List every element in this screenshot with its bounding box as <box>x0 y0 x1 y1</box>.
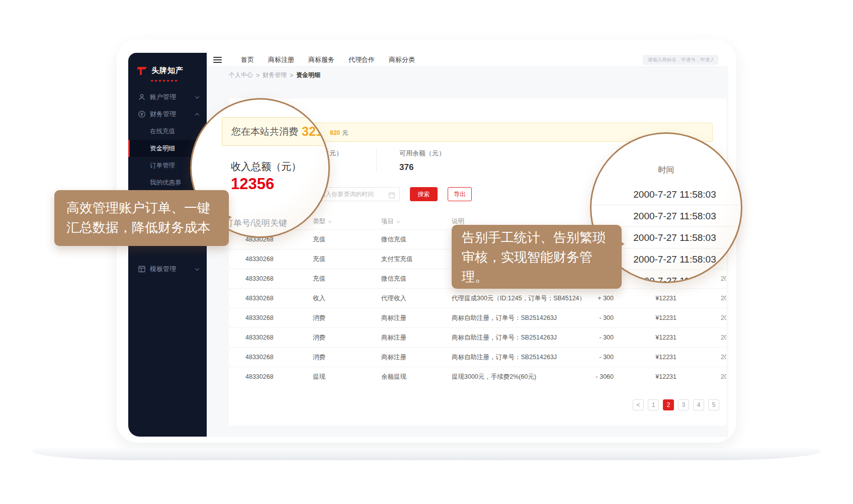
cell-project: 商标注册 <box>381 353 406 362</box>
sidebar-subitem-label: 在线充值 <box>150 127 175 136</box>
sort-caret-icon <box>396 219 400 223</box>
cell-description: 提现3000元，手续费2%(60元) <box>452 373 536 381</box>
cell-time: 2000-7-27 11:58:03 <box>721 373 726 380</box>
cell-order: 48330268 <box>245 295 274 302</box>
cell-balance: ¥12231 <box>636 295 676 302</box>
cell-amount: - 300 <box>571 334 614 341</box>
cell-project: 代理收入 <box>381 294 406 303</box>
cell-order: 48330268 <box>245 334 274 341</box>
consumption-banner-text: 820元 <box>330 129 348 137</box>
cell-type: 消费 <box>313 333 325 342</box>
sidebar-item-label: 财务管理 <box>150 110 176 119</box>
top-nav-links: 首页商标注册商标服务代理合作商标分类 <box>241 55 415 64</box>
magnified-income-label: 收入总额（元） <box>231 160 301 174</box>
cell-description: 商标自助注册，订单号：SB2514263J <box>452 333 557 342</box>
search-button[interactable]: 搜索 <box>410 187 438 201</box>
cell-project: 余额提现 <box>381 373 406 381</box>
magnified-income-value: 12356 <box>231 175 274 193</box>
cell-type: 收入 <box>313 294 325 303</box>
trademark-search-input[interactable] <box>643 55 718 65</box>
cell-time: 2000-7-27 11:58:03 <box>721 314 726 321</box>
cell-time: 2000-7-27 11:58:03 <box>721 275 726 282</box>
chevron-up-icon <box>195 113 199 117</box>
export-button[interactable]: 导出 <box>448 187 472 201</box>
callout-right: 告别手工统计、告别繁琐审核，实现智能财务管理。 <box>452 225 622 289</box>
cell-balance: ¥12231 <box>636 354 676 361</box>
cell-time: 2000-7-27 11:58:03 <box>721 354 726 361</box>
breadcrumb-separator: > <box>290 72 293 79</box>
cell-order: 48330268 <box>245 373 274 380</box>
cell-amount: - 3060 <box>571 373 614 380</box>
sort-caret-icon <box>328 219 331 223</box>
cell-amount: - 300 <box>571 314 614 321</box>
cell-balance: ¥12231 <box>636 373 676 380</box>
magnified-time-header: 时间 <box>591 165 741 176</box>
breadcrumb-item: 资金明细 <box>296 71 320 79</box>
sidebar-subitem-label: 我的优惠券 <box>150 179 182 187</box>
cell-project: 微信充值 <box>381 275 406 283</box>
top-nav-item-首页[interactable]: 首页 <box>241 55 254 64</box>
cell-project: 商标注册 <box>381 314 406 322</box>
table-row[interactable]: 48330268收入代理收入代理提成300元（ID:1245，订单号：SB451… <box>229 288 726 308</box>
sidebar-item-label: 模板管理 <box>150 265 176 274</box>
template-icon <box>138 265 146 273</box>
stat-balance-value: 376 <box>399 162 445 173</box>
cell-project: 微信充值 <box>381 235 406 244</box>
cell-type: 充值 <box>313 255 325 264</box>
sidebar-subitem-label: 资金明细 <box>150 144 175 153</box>
pagination-page-4[interactable]: 4 <box>693 399 704 410</box>
hamburger-menu-icon[interactable] <box>213 55 222 64</box>
sidebar-subitem-label: 订单管理 <box>150 161 175 170</box>
cell-time: 2000-7-27 11:58:03 <box>721 295 726 302</box>
breadcrumb-separator: > <box>256 72 260 79</box>
sidebar-item-模板管理[interactable]: 模板管理 <box>128 261 207 278</box>
pagination-page-5[interactable]: 5 <box>708 399 719 410</box>
cell-description: 商标自助注册，订单号：SB2514263J <box>452 314 557 322</box>
pagination-page-2[interactable]: 2 <box>663 399 674 410</box>
callout-left: 高效管理账户订单、一键汇总数据，降低财务成本 <box>54 190 229 246</box>
pagination-page-3[interactable]: 3 <box>678 399 689 410</box>
cell-description: 商标自助注册，订单号：SB2514263J <box>452 353 557 362</box>
cell-amount: + 300 <box>571 295 614 302</box>
cell-type: 消费 <box>313 314 325 322</box>
stat-balance-label: 可用余额（元） <box>399 149 445 158</box>
cell-order: 48330268 <box>245 354 274 361</box>
table-row[interactable]: 48330268消费商标注册商标自助注册，订单号：SB2514263J- 300… <box>229 308 726 327</box>
pagination-page-1[interactable]: 1 <box>648 399 659 410</box>
user-icon <box>138 93 146 101</box>
brand-logo[interactable]: 头牌知产 <box>128 53 207 78</box>
sidebar-item-账户管理[interactable]: 账户管理 <box>128 89 207 106</box>
cell-order: 48330268 <box>245 314 274 321</box>
cell-order: 48330268 <box>245 275 274 282</box>
stat-balance: 可用余额（元） 376 <box>376 149 445 173</box>
top-nav-item-商标分类[interactable]: 商标分类 <box>389 55 415 64</box>
cell-balance: ¥12231 <box>636 314 676 321</box>
table-header-项目[interactable]: 项目 <box>381 217 399 226</box>
top-nav-item-代理合作[interactable]: 代理合作 <box>349 55 375 64</box>
brand-logo-icon <box>137 66 148 75</box>
breadcrumb-item[interactable]: 个人中心 <box>229 71 253 79</box>
brand-name: 头牌知产 <box>151 66 184 75</box>
calendar-icon[interactable] <box>389 191 395 200</box>
cell-type: 充值 <box>313 275 325 283</box>
breadcrumb-item[interactable]: 财务管理 <box>263 71 287 79</box>
table-row[interactable]: 48330268消费商标注册商标自助注册，订单号：SB2514263J- 300… <box>229 327 726 347</box>
laptop-base <box>32 448 821 460</box>
pagination-prev-button[interactable]: < <box>633 399 644 410</box>
top-nav-item-商标注册[interactable]: 商标注册 <box>268 55 294 64</box>
sidebar-subitem-在线充值[interactable]: 在线充值 <box>128 123 207 140</box>
table-row[interactable]: 48330268提现余额提现提现3000元，手续费2%(60元)- 3060¥1… <box>229 367 726 386</box>
cell-balance: ¥12231 <box>636 334 676 341</box>
cell-description: 代理提成300元（ID:1245，订单号：SB45124） <box>452 294 585 303</box>
top-nav-item-商标服务[interactable]: 商标服务 <box>308 55 334 64</box>
cell-project: 支付宝充值 <box>381 255 413 264</box>
breadcrumb: 个人中心>财务管理>资金明细 <box>207 67 728 83</box>
pagination: <12345 <box>633 399 719 410</box>
cell-type: 消费 <box>313 353 325 362</box>
finance-icon <box>138 110 146 118</box>
cell-time: 2000-7-27 11:58:03 <box>721 334 726 341</box>
sidebar-item-财务管理[interactable]: 财务管理 <box>128 106 207 123</box>
table-header-类型[interactable]: 类型 <box>313 217 330 226</box>
chevron-down-icon <box>195 267 199 271</box>
table-row[interactable]: 48330268消费商标注册商标自助注册，订单号：SB2514263J- 300… <box>229 347 726 367</box>
